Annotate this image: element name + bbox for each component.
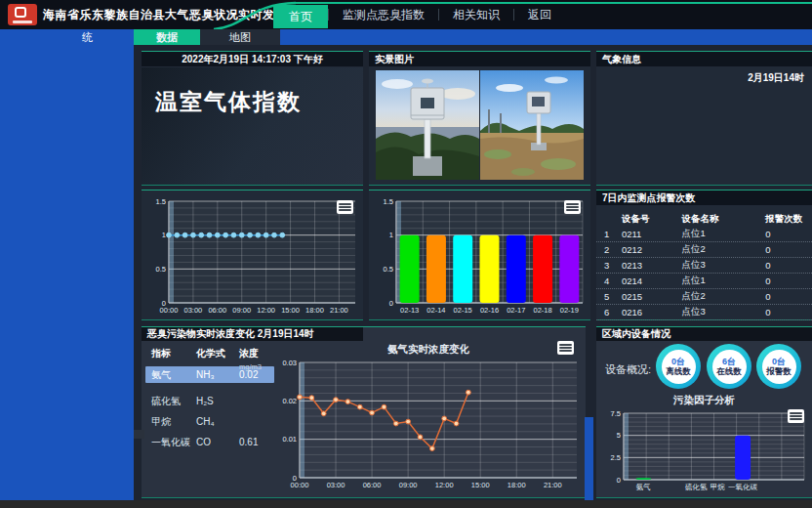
dashboard-page: 海南省乐东黎族自治县大气恶臭状况实时发布系 首页 监测点恶臭指数 相关知识 返回… [0, 0, 812, 508]
svg-text:1: 1 [162, 231, 166, 239]
svg-text:02-13: 02-13 [400, 306, 419, 315]
logo-glyph-icon [15, 7, 26, 18]
pollutants-table-header: 指标 化学式 浓度mg/m3 [145, 347, 274, 366]
greenhouse-gas-title: 温室气体指数 [155, 87, 302, 117]
tab-data[interactable]: 数据 [134, 29, 200, 45]
factor-analysis-chart: 02.557.5氨气硫化氢甲烷一氧化碳 [598, 407, 810, 495]
svg-text:02-17: 02-17 [507, 306, 525, 315]
logo-subtext [13, 21, 32, 23]
svg-text:0: 0 [617, 476, 621, 485]
svg-text:0.5: 0.5 [156, 265, 166, 274]
top-header-bar: 海南省乐东黎族自治县大气恶臭状况实时发布系 首页 监测点恶臭指数 相关知识 返回 [0, 0, 812, 29]
table-row: 40214点位10 [596, 274, 812, 289]
photos-panel-title: 实景图片 [369, 52, 590, 66]
svg-text:02-15: 02-15 [454, 306, 472, 315]
svg-text:15:00: 15:00 [281, 306, 300, 315]
device-overview-label: 设备概况: [605, 362, 651, 377]
ammonia-chart-title: 氨气实时浓度变化 [274, 343, 583, 357]
main-nav: 首页 监测点恶臭指数 相关知识 返回 [273, 0, 565, 29]
devices-panel: 区域内设备情况 设备概况: 0台 离线数 6台 在线数 0台 报警数 污染因子分… [596, 326, 812, 498]
photos-panel: 实景图片 [369, 51, 590, 186]
nav-item-odor-index[interactable]: 监测点恶臭指数 [329, 0, 438, 29]
alarm-table-body: 10211点位1020212点位2030213点位3040214点位105021… [596, 227, 812, 320]
svg-text:09:00: 09:00 [399, 481, 418, 489]
svg-text:06:00: 06:00 [363, 481, 382, 489]
chart-menu-icon[interactable] [564, 200, 581, 214]
greeting-panel: 2022年2月19日 14:17:03 下午好 温室气体指数 [142, 51, 363, 186]
weather-panel-title: 气象信息 [596, 52, 812, 66]
tab-bar: 数据 地图 [0, 29, 812, 45]
nav-item-knowledge[interactable]: 相关知识 [439, 0, 513, 29]
table-row: 20212点位20 [596, 242, 812, 258]
table-row: 10211点位10 [596, 227, 812, 242]
svg-text:7.5: 7.5 [611, 409, 621, 418]
svg-text:00:00: 00:00 [160, 306, 179, 315]
alarm-count-badge: 0台 报警数 [756, 344, 801, 389]
svg-text:甲烷: 甲烷 [710, 483, 726, 491]
svg-text:0.5: 0.5 [384, 265, 393, 274]
daily-index-chart: 00.511.502-1302-1402-1502-1602-1702-1802… [371, 195, 589, 318]
chart-menu-icon[interactable] [557, 341, 574, 355]
table-row: 30213点位30 [596, 258, 812, 274]
svg-text:12:00: 12:00 [257, 306, 275, 315]
svg-text:1.5: 1.5 [156, 197, 166, 206]
svg-text:0: 0 [389, 299, 393, 308]
svg-text:1.5: 1.5 [384, 197, 393, 206]
table-row: 一氧化碳CO0.61 [145, 434, 274, 450]
site-photo-1 [376, 70, 479, 180]
svg-text:18:00: 18:00 [508, 481, 526, 489]
factor-analysis-title: 污染因子分析 [596, 394, 812, 407]
svg-text:21:00: 21:00 [330, 306, 348, 315]
pollutants-panel: 恶臭污染物实时浓度变化 2月19日14时 指标 化学式 浓度mg/m3 氨气NH… [142, 326, 586, 498]
greenhouse-trend-chart: 00.511.500:0003:0006:0009:0012:0015:0018… [143, 195, 361, 318]
svg-text:15:00: 15:00 [471, 481, 490, 489]
svg-text:氨气: 氨气 [636, 483, 651, 491]
svg-text:一氧化碳: 一氧化碳 [728, 483, 758, 491]
svg-text:09:00: 09:00 [232, 306, 251, 315]
brand-logo-icon [8, 4, 37, 25]
weather-time: 2月19日14时 [748, 71, 804, 85]
svg-text:0.02: 0.02 [282, 397, 297, 405]
datetime-text: 2022年2月19日 14:17:03 下午好 [142, 52, 363, 66]
devices-panel-title: 区域内设备情况 [596, 327, 812, 341]
alarm-panel: 7日内监测点报警次数 设备号 设备名称 报警次数 10211点位1020212点… [596, 190, 812, 320]
svg-text:02-14: 02-14 [426, 306, 445, 315]
nav-item-home[interactable]: 首页 [273, 5, 328, 28]
tab-map[interactable]: 地图 [200, 29, 280, 45]
site-photo-2 [480, 70, 584, 180]
table-row: 50215点位20 [596, 289, 812, 305]
svg-text:02-16: 02-16 [480, 306, 499, 315]
ammonia-trend-chart: 00.010.020.0300:0003:0006:0009:0012:0015… [274, 357, 583, 493]
svg-text:06:00: 06:00 [208, 306, 226, 315]
corner-notch [134, 430, 144, 439]
divider-strip [585, 417, 593, 500]
greenhouse-chart-panel: 00.511.500:0003:0006:0009:0012:0015:0018… [142, 190, 363, 320]
title-overflow-text: 统 [82, 30, 93, 45]
pollutants-table-body: 氨气NH₃0.02硫化氢H₂S甲烷CH₄一氧化碳CO0.61 [145, 366, 274, 450]
alarm-panel-title: 7日内监测点报警次数 [596, 190, 812, 205]
svg-text:02-18: 02-18 [533, 306, 551, 315]
svg-text:5: 5 [617, 431, 621, 440]
svg-text:02-19: 02-19 [560, 306, 579, 315]
pollutants-panel-title: 恶臭污染物实时浓度变化 2月19日14时 [142, 327, 363, 341]
svg-text:21:00: 21:00 [544, 481, 562, 489]
chart-menu-icon[interactable] [788, 409, 804, 423]
weather-panel: 气象信息 2月19日14时 [596, 51, 812, 186]
alarm-table-header: 设备号 设备名称 报警次数 [596, 211, 812, 227]
offline-count-badge: 0台 离线数 [656, 344, 701, 389]
svg-text:00:00: 00:00 [291, 481, 309, 489]
table-row: 60216点位30 [596, 305, 812, 320]
daily-index-chart-panel: 00.511.502-1302-1402-1502-1602-1702-1802… [369, 190, 590, 320]
svg-text:2.5: 2.5 [611, 453, 621, 462]
footer-strip [0, 500, 812, 508]
svg-text:1: 1 [389, 231, 393, 239]
svg-text:硫化氢: 硫化氢 [685, 483, 708, 491]
table-row: 甲烷CH₄ [145, 413, 274, 430]
svg-text:12:00: 12:00 [435, 481, 454, 489]
chart-menu-icon[interactable] [337, 200, 353, 214]
svg-text:0.03: 0.03 [282, 359, 297, 367]
table-row: 硫化氢H₂S [145, 393, 274, 409]
nav-item-back[interactable]: 返回 [514, 0, 565, 29]
greeting-body: 温室气体指数 [142, 67, 363, 185]
svg-text:03:00: 03:00 [184, 306, 203, 315]
